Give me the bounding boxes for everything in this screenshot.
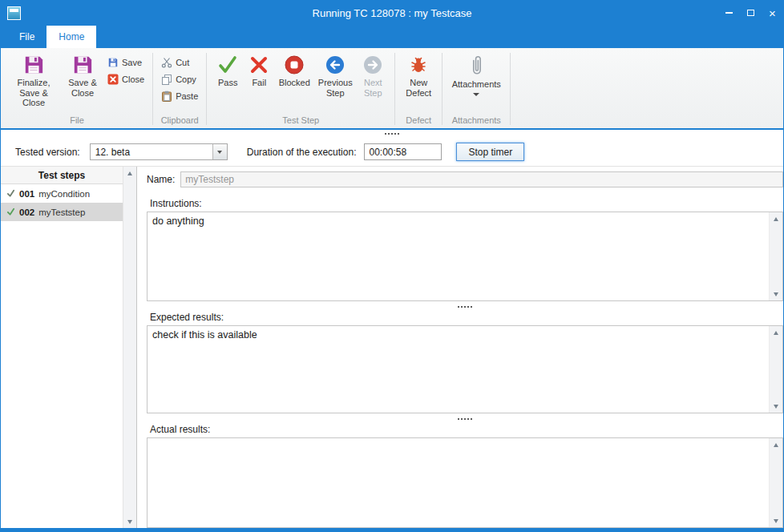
ribbon-group-attachments: Attachments Attachments	[443, 50, 509, 128]
scissors-icon	[161, 57, 172, 68]
copy-icon	[161, 74, 172, 85]
main-content: Test steps 001 myCondition 002 myTestste…	[1, 167, 783, 528]
ribbon-group-file: Finalize, Save & Close Save & Close Save	[2, 50, 152, 128]
test-steps-header: Test steps	[1, 167, 123, 184]
actual-scrollbar[interactable]	[769, 438, 782, 527]
stop-circle-icon	[284, 54, 305, 75]
instructions-field[interactable]: do anything	[148, 212, 769, 300]
actual-results-box	[147, 437, 783, 528]
scrollbar-track[interactable]	[770, 339, 782, 400]
expected-results-box: check if this is available	[147, 325, 783, 413]
scroll-down-button[interactable]	[770, 288, 782, 300]
titlebar[interactable]: Running TC 128078 : my Testcase ×	[1, 0, 783, 26]
group-label-file: File	[2, 115, 152, 128]
close-task-button[interactable]: Close	[104, 71, 148, 87]
paperclip-icon	[469, 54, 484, 77]
actual-results-field[interactable]	[148, 438, 769, 527]
duration-field[interactable]: 00:00:58	[364, 143, 442, 160]
chevron-down-icon	[217, 151, 222, 154]
instructions-scrollbar[interactable]	[769, 212, 782, 300]
ribbon: Finalize, Save & Close Save & Close Save	[1, 48, 783, 128]
name-label: Name:	[147, 174, 175, 185]
tab-file[interactable]: File	[7, 26, 46, 48]
scroll-up-button[interactable]	[123, 167, 136, 179]
check-icon	[217, 54, 238, 75]
attachments-button[interactable]: Attachments	[447, 51, 505, 98]
expected-scrollbar[interactable]	[769, 326, 782, 413]
group-label-attachments: Attachments	[443, 115, 509, 128]
splitter-dots-icon	[458, 418, 459, 420]
test-step-item-selected[interactable]: 002 myTeststep	[1, 203, 123, 221]
combo-dropdown-button[interactable]	[212, 144, 227, 159]
group-separator	[510, 53, 511, 125]
ribbon-group-clipboard: Cut Copy Paste Cl	[154, 50, 205, 128]
ribbon-group-defect: New Defect Defect	[396, 50, 441, 128]
step-name: myCondition	[38, 189, 90, 199]
scrollbar-track[interactable]	[770, 451, 782, 514]
scroll-down-button[interactable]	[123, 515, 136, 528]
save-button[interactable]: Save	[104, 54, 145, 71]
next-step-button[interactable]: Next Step	[356, 51, 390, 99]
save-floppy-icon	[72, 54, 93, 75]
check-icon	[6, 208, 15, 216]
arrow-left-circle-icon	[325, 54, 346, 75]
group-label-clipboard: Clipboard	[154, 115, 205, 128]
blocked-button[interactable]: Blocked	[274, 51, 314, 90]
tab-home[interactable]: Home	[46, 26, 96, 48]
tested-version-value: 12. beta	[91, 147, 212, 158]
new-defect-button[interactable]: New Defect	[400, 51, 437, 99]
group-separator	[394, 53, 395, 125]
group-separator	[442, 53, 443, 125]
paste-clipboard-icon	[161, 91, 172, 102]
save-and-close-button[interactable]: Save & Close	[61, 51, 104, 99]
previous-step-button[interactable]: Previous Step	[314, 51, 356, 99]
save-floppy-icon	[23, 54, 44, 75]
scroll-down-button[interactable]	[770, 400, 782, 413]
arrow-right-circle-icon	[362, 54, 383, 75]
pass-button[interactable]: Pass	[212, 51, 244, 90]
fail-button[interactable]: Fail	[244, 51, 274, 90]
triangle-down-icon	[774, 405, 778, 409]
scroll-up-button[interactable]	[770, 438, 782, 451]
stop-timer-button[interactable]: Stop timer	[456, 143, 524, 161]
cut-button[interactable]: Cut	[158, 54, 192, 71]
tested-version-label: Tested version:	[15, 147, 80, 158]
copy-button[interactable]: Copy	[158, 71, 200, 87]
test-step-item[interactable]: 001 myCondition	[1, 184, 123, 203]
splitter-handle[interactable]	[147, 301, 783, 312]
triangle-down-icon	[774, 519, 778, 523]
app-window: Running TC 128078 : my Testcase × File H…	[0, 0, 784, 532]
group-label-defect: Defect	[396, 115, 441, 128]
execution-toolbar: Tested version: 12. beta Duration of the…	[1, 130, 783, 167]
scroll-up-button[interactable]	[770, 212, 782, 225]
bug-icon	[408, 54, 429, 75]
save-floppy-icon	[107, 57, 119, 68]
step-editor: Name: myTeststep Instructions: do anythi…	[137, 167, 783, 528]
scrollbar-track[interactable]	[123, 179, 136, 515]
scrollbar-track[interactable]	[770, 225, 782, 288]
splitter-handle[interactable]	[1, 130, 783, 138]
steps-scrollbar[interactable]	[123, 167, 136, 528]
splitter-handle[interactable]	[147, 413, 783, 424]
test-steps-panel: Test steps 001 myCondition 002 myTestste…	[1, 167, 137, 528]
name-field[interactable]: myTeststep	[180, 171, 783, 187]
splitter-dots-icon	[458, 306, 459, 308]
group-separator	[152, 53, 153, 125]
expected-results-field[interactable]: check if this is available	[148, 326, 769, 413]
step-name: myTeststep	[38, 208, 85, 217]
close-x-icon	[107, 74, 119, 85]
instructions-label: Instructions:	[150, 198, 783, 209]
finalize-save-close-button[interactable]: Finalize, Save & Close	[6, 51, 61, 110]
check-icon	[6, 189, 15, 198]
tested-version-select[interactable]: 12. beta	[90, 143, 228, 160]
triangle-up-icon	[774, 443, 778, 447]
paste-button[interactable]: Paste	[158, 87, 201, 104]
triangle-up-icon	[774, 331, 778, 335]
scroll-down-button[interactable]	[770, 514, 782, 527]
expected-results-label: Expected results:	[150, 312, 783, 323]
actual-results-label: Actual results:	[150, 424, 783, 435]
group-separator	[206, 53, 207, 125]
scroll-up-button[interactable]	[770, 326, 782, 339]
ribbon-group-test-step: Pass Fail Blocked	[208, 50, 394, 128]
instructions-box: do anything	[147, 212, 783, 301]
